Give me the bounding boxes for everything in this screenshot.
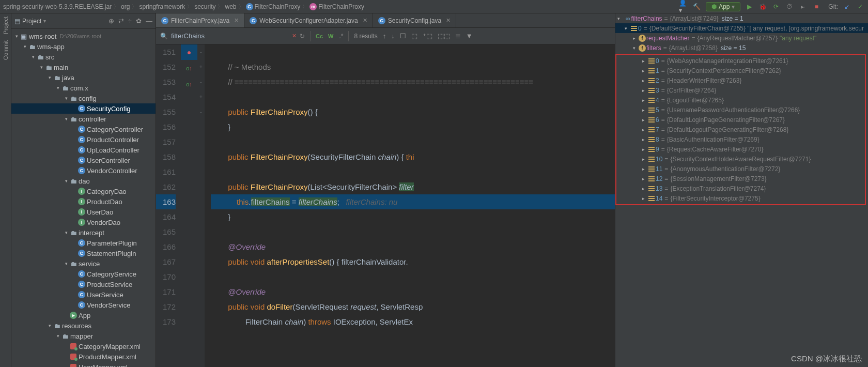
debug-var-row[interactable]: ▸4={LogoutFilter@7265} xyxy=(616,95,865,105)
tree-item[interactable]: CUpLoadController xyxy=(11,145,156,155)
stop-icon[interactable]: ■ xyxy=(812,2,821,11)
close-icon[interactable]: ✕ xyxy=(234,17,239,24)
editor-tab[interactable]: CSecurityConfig.java✕ xyxy=(373,13,456,27)
debug-var-row[interactable]: ▸0={WebAsyncManagerIntegrationFilter@726… xyxy=(616,56,865,66)
tree-item[interactable]: CProductController xyxy=(11,134,156,145)
profile-icon[interactable]: ⏱ xyxy=(785,2,794,11)
user-icon[interactable]: 👤▾ xyxy=(679,2,688,11)
filter-icon[interactable]: ≣ xyxy=(455,32,461,40)
tree-item[interactable]: ▾🖿controller xyxy=(11,114,156,124)
tree-item[interactable]: ProductMapper.xml xyxy=(11,351,156,362)
debug-var-row[interactable]: ▸9={RequestCacheAwareFilter@7270} xyxy=(616,144,865,154)
tree-item[interactable]: UserMapper.xml xyxy=(11,362,156,367)
tree-item[interactable]: ▾🖿wms-app xyxy=(11,41,156,52)
tree-item[interactable]: ▾🖿resources xyxy=(11,320,156,331)
tree-item[interactable]: CStatementPlugin xyxy=(11,248,156,258)
tree-item[interactable]: CUserService xyxy=(11,289,156,300)
project-tree[interactable]: ▾▣wms-rootD:\206\wms-root▾🖿wms-app▾🖿src▾… xyxy=(11,29,156,367)
tree-item[interactable]: ICategoryDao xyxy=(11,186,156,196)
tree-item[interactable]: CCategoryController xyxy=(11,124,156,134)
locate-icon[interactable]: ⊕ xyxy=(109,17,114,25)
tree-item[interactable]: CVendorService xyxy=(11,300,156,310)
debug-var-row[interactable]: ▸1={SecurityContextPersistenceFilter@726… xyxy=(616,66,865,75)
run-icon[interactable]: ▶ xyxy=(745,2,754,11)
tree-item[interactable]: ▾🖿java xyxy=(11,72,156,83)
tree-item[interactable]: CSecurityConfig xyxy=(11,103,156,114)
tree-item[interactable]: ▾🖿config xyxy=(11,93,156,103)
git-update-icon[interactable]: ↙ xyxy=(842,2,851,11)
breadcrumb-item[interactable]: security xyxy=(194,3,215,10)
breadcrumb-item[interactable]: org xyxy=(121,3,130,10)
collapse-icon[interactable]: ÷ xyxy=(128,17,132,25)
breadcrumb-item[interactable]: web xyxy=(225,3,236,10)
add-selection-icon[interactable]: ⁺⬚ xyxy=(423,32,432,40)
tree-item[interactable]: ▾🖿dao xyxy=(11,176,156,186)
breadcrumb-item[interactable]: mFilterChainProxy xyxy=(309,3,364,10)
select-all-icon[interactable]: ☐ xyxy=(400,32,406,40)
debug-var-row[interactable]: ▸2={HeaderWriterFilter@7263} xyxy=(616,75,865,85)
debug-var-row[interactable]: ▸10={SecurityContextHolderAwareRequestFi… xyxy=(616,154,865,164)
fold-gutter[interactable]: -+-+- xyxy=(197,44,205,367)
tree-item[interactable]: ▸App xyxy=(11,310,156,320)
sidebar-tab-commit[interactable]: Commit xyxy=(3,40,9,60)
close-icon[interactable]: ✕ xyxy=(446,17,451,24)
tree-item[interactable]: CParameterPlugin xyxy=(11,238,156,248)
clear-search-icon[interactable]: ✕ xyxy=(292,33,297,39)
words-toggle[interactable]: W xyxy=(328,33,334,39)
tree-item[interactable]: CProductService xyxy=(11,279,156,289)
hide-icon[interactable]: — xyxy=(146,17,152,25)
gutter-marks[interactable]: ●o↑o↑ xyxy=(181,44,197,367)
build-icon[interactable]: 🔨 xyxy=(692,2,702,11)
editor-tab[interactable]: CFilterChainProxy.java✕ xyxy=(156,13,244,27)
tree-item[interactable]: CategoryMapper.xml xyxy=(11,341,156,351)
settings-icon[interactable]: ✿ xyxy=(136,17,142,25)
tree-item[interactable]: CUserController xyxy=(11,155,156,165)
debug-var-row[interactable]: ▸11={AnonymousAuthenticationFilter@7272} xyxy=(616,164,865,174)
run-config-selector[interactable]: ⬢App▾ xyxy=(706,2,740,11)
debug-var-row[interactable]: ▸3={CsrfFilter@7264} xyxy=(616,85,865,95)
tree-item[interactable]: IVendorDao xyxy=(11,217,156,227)
debug-var-row[interactable]: ▸13={ExceptionTranslationFilter@7274} xyxy=(616,184,865,193)
tree-item[interactable]: ▾🖿src xyxy=(11,52,156,62)
editor-tab[interactable]: CWebSecurityConfigurerAdapter.java✕ xyxy=(244,13,373,27)
tree-item[interactable]: ▾🖿main xyxy=(11,62,156,72)
tree-item[interactable]: IProductDao xyxy=(11,196,156,207)
debug-var-row[interactable]: ▾ 0 = {DefaultSecurityFilterChain@7255} … xyxy=(615,23,868,33)
tree-item[interactable]: CCategoryService xyxy=(11,269,156,279)
debug-var-row[interactable]: ▸14={FilterSecurityInterceptor@7275} xyxy=(616,193,865,203)
coverage-icon[interactable]: ⟳ xyxy=(771,2,781,11)
line-gutter[interactable]: 1511521531541551561571581611621631641651… xyxy=(156,44,181,367)
select-occurrences-icon[interactable]: ⬚⬚ xyxy=(438,32,450,40)
tree-item[interactable]: CVendorController xyxy=(11,165,156,176)
debug-icon[interactable]: 🐞 xyxy=(758,2,767,11)
debug-var-row[interactable]: ▾ ∞ filterChains = {ArrayList@7249} size… xyxy=(615,13,868,23)
new-window-icon[interactable]: ⬚ xyxy=(411,32,417,40)
close-icon[interactable]: ✕ xyxy=(363,17,367,24)
regex-toggle[interactable]: .* xyxy=(339,33,343,40)
search-input[interactable] xyxy=(171,32,289,40)
debug-var-row[interactable]: ▾ f filters = {ArrayList@7258} size = 15 xyxy=(615,43,868,53)
tree-item[interactable]: ▾🖿service xyxy=(11,258,156,269)
debug-var-row[interactable]: ▸6={DefaultLoginPageGeneratingFilter@726… xyxy=(616,115,865,125)
debug-var-row[interactable]: ▸5={UsernamePasswordAuthenticationFilter… xyxy=(616,105,865,115)
debug-var-row[interactable]: ▸ f requestMatcher = {AnyRequestMatcher@… xyxy=(615,33,868,43)
attach-icon[interactable]: ▸· xyxy=(798,2,808,11)
debug-var-row[interactable]: ▸7={DefaultLogoutPageGeneratingFilter@72… xyxy=(616,125,865,134)
code-editor[interactable]: // ~ Methods // ========================… xyxy=(205,44,615,367)
history-icon[interactable]: ↻ xyxy=(300,33,305,40)
breadcrumb-item[interactable]: spring-security-web-5.3.9.RELEASE.jar xyxy=(3,3,112,10)
funnel-icon[interactable]: ▼ xyxy=(466,32,473,40)
match-case-toggle[interactable]: Cc xyxy=(316,33,323,39)
tree-item[interactable]: ▾🖿intercept xyxy=(11,227,156,238)
debug-var-row[interactable]: ▸12={SessionManagementFilter@7273} xyxy=(616,174,865,184)
breadcrumb-item[interactable]: CFilterChainProxy xyxy=(246,3,301,10)
debug-var-row[interactable]: ▸8={BasicAuthenticationFilter@7269} xyxy=(616,134,865,144)
tree-item[interactable]: IUserDao xyxy=(11,207,156,217)
git-commit-icon[interactable]: ✓ xyxy=(856,2,865,11)
sidebar-tab-project[interactable]: Project xyxy=(3,17,9,34)
tree-item[interactable]: ▾🖿com.x xyxy=(11,83,156,93)
next-match-icon[interactable]: ↓ xyxy=(391,32,395,40)
breadcrumb-item[interactable]: springframework xyxy=(139,3,185,10)
tree-item[interactable]: ▾🖿mapper xyxy=(11,331,156,341)
expand-icon[interactable]: ⇄ xyxy=(118,17,124,25)
